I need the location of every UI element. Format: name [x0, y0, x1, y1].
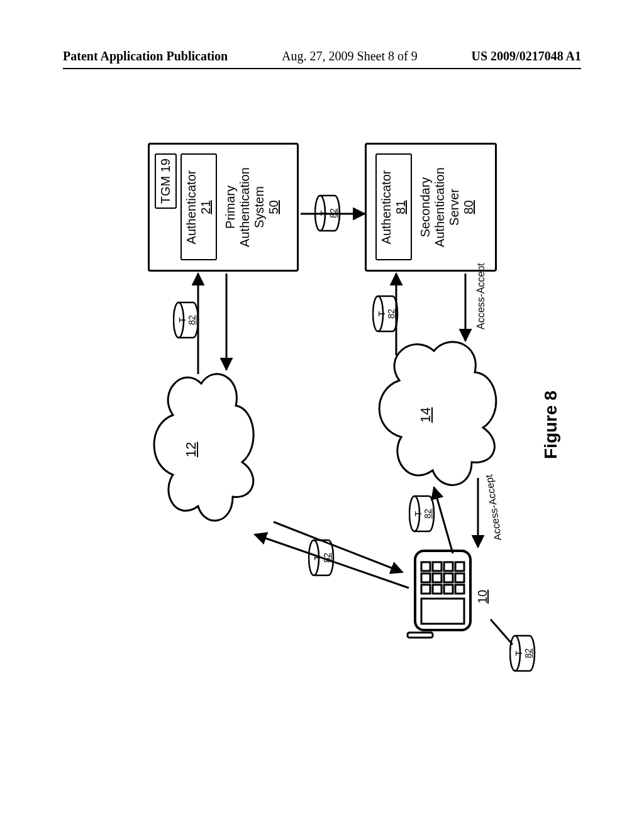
phone-ref: 10: [475, 590, 490, 604]
token-up14: T82: [409, 494, 436, 533]
cloud-12-ref: 12: [183, 442, 199, 457]
svg-rect-15: [421, 562, 430, 571]
svg-rect-16: [433, 585, 441, 594]
secondary-authenticator-label: Authenticator: [379, 170, 393, 245]
cloud-12: 12: [138, 365, 264, 534]
secondary-title-line2: Authentication: [433, 167, 447, 247]
token-to-secondary: T82: [372, 294, 400, 333]
svg-rect-17: [433, 573, 441, 582]
svg-line-4: [434, 487, 453, 553]
figure-label: Figure 8: [541, 390, 561, 459]
page-header: Patent Application Publication Aug. 27, …: [0, 49, 644, 67]
svg-rect-21: [444, 562, 453, 571]
primary-authenticator-label: Authenticator: [184, 170, 198, 245]
primary-title-line1: Primary: [223, 185, 237, 229]
token-ref: 82: [523, 648, 533, 658]
cloud-14: 14: [365, 333, 509, 497]
token-up12: T82: [308, 538, 336, 577]
svg-rect-24: [455, 562, 464, 571]
svg-rect-22: [455, 585, 464, 594]
svg-rect-23: [455, 573, 464, 582]
token-ref: 82: [423, 509, 433, 519]
figure-8: 12 14 TGM 19 Authenticator 21 Prim: [75, 126, 572, 729]
primary-auth-system: TGM 19 Authenticator 21 Primary Authenti…: [148, 143, 299, 272]
svg-rect-19: [444, 585, 453, 594]
svg-rect-12: [421, 599, 464, 624]
token-letter: T: [413, 511, 423, 517]
secondary-title-line1: Secondary: [418, 177, 432, 238]
primary-authenticator-ref: 21: [199, 200, 213, 214]
primary-box-title: Primary Authentication System 50: [223, 148, 281, 266]
primary-title-line3: System: [252, 186, 266, 228]
token-letter: T: [377, 311, 387, 317]
token-ref: 82: [328, 208, 338, 218]
svg-rect-10: [408, 633, 433, 638]
header-center: Aug. 27, 2009 Sheet 8 of 9: [228, 49, 471, 64]
svg-rect-18: [433, 562, 441, 571]
label-access-accept-right: Access-Accept: [475, 263, 487, 329]
secondary-authenticator-box: Authenticator 81: [375, 154, 412, 261]
svg-rect-20: [444, 573, 453, 582]
secondary-title-ref: 80: [462, 200, 475, 214]
token-letter: T: [313, 555, 323, 561]
svg-line-3: [274, 522, 402, 572]
token-to-primary: T82: [173, 301, 201, 340]
secondary-auth-server: Authenticator 81 Secondary Authenticatio…: [365, 143, 497, 272]
primary-title-line2: Authentication: [238, 167, 252, 247]
token-letter: T: [319, 211, 329, 216]
primary-authenticator-box: Authenticator 21: [180, 154, 217, 261]
token-letter: T: [177, 318, 187, 323]
svg-rect-14: [421, 573, 430, 582]
secondary-box-title: Secondary Authentication Server 80: [418, 148, 476, 266]
secondary-authenticator-ref: 81: [394, 200, 408, 214]
primary-title-ref: 50: [267, 200, 280, 214]
cloud-14-ref: 14: [418, 407, 434, 423]
token-phone: T82: [509, 634, 537, 673]
token-letter: T: [514, 651, 524, 656]
tgm-box: TGM 19: [155, 153, 177, 209]
header-left: Patent Application Publication: [63, 49, 228, 64]
header-rule: [63, 68, 581, 69]
header-right: US 2009/0217048 A1: [472, 49, 581, 64]
secondary-title-line3: Server: [447, 189, 461, 226]
token-ref: 82: [386, 309, 396, 319]
token-ref: 82: [322, 553, 332, 563]
svg-rect-13: [421, 585, 430, 594]
token-primary-secondary: T82: [314, 194, 342, 233]
token-ref: 82: [187, 315, 197, 325]
